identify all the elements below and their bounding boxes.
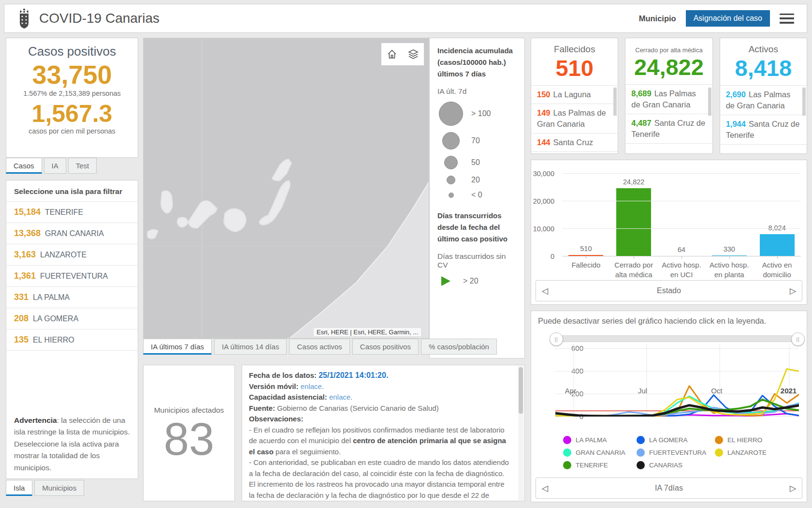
map-attribution: Esri, HERE | Esri, HERE, Garmin, ... <box>314 328 421 336</box>
line-chart-caption: IA 7días <box>536 484 802 493</box>
hamburger-menu-icon[interactable] <box>780 14 794 24</box>
card-title: Activos <box>720 44 807 55</box>
island-row-gran-canaria[interactable]: 13,368GRAN CANARIA <box>6 223 138 244</box>
summary-cards-row: Fallecidos510150La Laguna149Las Palmas d… <box>531 38 807 154</box>
tab-ia[interactable]: IA <box>44 158 66 174</box>
date-value: 25/1/2021 14:01:20. <box>319 371 388 379</box>
positives-rate: 1,567.3 <box>6 101 138 127</box>
island-row-lanzarote[interactable]: 3,163LANZAROTE <box>6 244 138 266</box>
card-breakdown-list: 8,689Las Palmas de Gran Canaria4,487Sant… <box>625 84 712 152</box>
card-value: 24,822 <box>625 55 712 80</box>
line-chart-plot <box>555 344 799 417</box>
island-row-la-gomera[interactable]: 208LA GOMERA <box>6 308 138 329</box>
bar[interactable] <box>760 234 795 256</box>
bar-value-label: 8,024 <box>753 224 801 232</box>
legend-dot <box>637 448 645 457</box>
card-title: Cerrado por alta médica <box>625 46 712 54</box>
legend-dot <box>715 448 723 457</box>
island-row-el-hierro[interactable]: 135EL HIERRO <box>6 329 138 351</box>
ia-line-chart-panel: Puede desactivar series del gráfico haci… <box>531 311 807 502</box>
legend-size-class: 70 <box>437 132 517 149</box>
legend-item-tenerife[interactable]: TENERIFE <box>563 461 637 469</box>
legend-item-la-gomera[interactable]: LA GOMERA <box>637 436 715 444</box>
capacity-link[interactable]: enlace <box>329 393 350 401</box>
y-tick-label: 20,000 <box>533 197 554 205</box>
canary-islands-map[interactable]: Esri, HERE | Esri, HERE, Garmin, ... <box>143 38 429 339</box>
map-basemap <box>144 38 429 339</box>
legend-item-la-palma[interactable]: LA PALMA <box>563 436 637 444</box>
map-legend-panel: Incidencia acumulada (casos/100000 hab.)… <box>429 38 525 359</box>
legend-dot <box>637 436 645 444</box>
map-tab-casos-positivos[interactable]: Casos positivos <box>352 339 419 355</box>
municipios-value: 83 <box>144 416 234 463</box>
map-tab-casos-poblaci-n[interactable]: % casos/población <box>421 339 497 355</box>
next-category-arrow[interactable]: ▷ <box>790 286 796 296</box>
card-breakdown-item: 8,689Las Palmas de Gran Canaria <box>625 85 712 114</box>
legend-circle-icon <box>439 102 463 126</box>
scrollbar-thumb[interactable] <box>613 88 617 116</box>
y-tick-label: 10,000 <box>533 225 554 233</box>
card-breakdown-item: 150La Laguna <box>531 86 618 104</box>
island-name: GRAN CANARIA <box>45 229 104 238</box>
map-tab-casos-activos[interactable]: Casos activos <box>289 339 349 355</box>
legend-label: CANARIAS <box>649 462 682 469</box>
legend-size-label: 20 <box>471 176 480 184</box>
island-row-la-palma[interactable]: 331LA PALMA <box>6 287 138 308</box>
legend-item-lanzarote[interactable]: LANZAROTE <box>715 448 787 457</box>
island-count: 1,361 <box>14 271 36 281</box>
time-range-slider[interactable]: || || <box>555 335 799 342</box>
legend-item-el-hierro[interactable]: EL HIERRO <box>715 436 787 444</box>
legend-item-canarias[interactable]: CANARIAS <box>637 461 715 469</box>
item-value: 1,944 <box>726 120 746 128</box>
island-list: 15,184TENERIFE13,368GRAN CANARIA3,163LAN… <box>6 202 138 351</box>
bar[interactable] <box>616 188 651 256</box>
layers-button[interactable] <box>403 43 424 65</box>
scrollbar-thumb[interactable] <box>519 367 523 414</box>
legend-item-fuerteventura[interactable]: FUERTEVENTURA <box>637 448 715 457</box>
map-layer-tabs: IA últimos 7 díasIA últimos 14 díasCasos… <box>143 339 497 355</box>
positives-panel: Casos positivos 33,750 1.567% de 2,153,3… <box>6 38 138 158</box>
bar-category-label: Activo hosp. en planta <box>705 260 753 280</box>
tab-casos[interactable]: Casos <box>6 158 42 174</box>
legend-item-gran-canaria[interactable]: GRAN CANARIA <box>563 448 637 457</box>
scrollbar-thumb[interactable] <box>802 88 806 116</box>
bar-value-label: 330 <box>705 245 753 253</box>
item-value: 2,690 <box>726 90 746 99</box>
scrollbar-track[interactable] <box>518 366 524 500</box>
mobile-link[interactable]: enlace <box>301 382 322 390</box>
card-breakdown-list: 2,690Las Palmas de Gran Canaria1,944Sant… <box>720 85 807 153</box>
legend-dot <box>715 436 723 444</box>
tab-isla[interactable]: Isla <box>6 480 32 496</box>
observation-note-1: - En el cuadro se reflejan los positivos… <box>249 425 510 458</box>
scrollbar-thumb[interactable] <box>708 88 711 116</box>
case-assignment-button[interactable]: Asignación del caso <box>686 10 770 27</box>
card-value: 510 <box>531 56 618 81</box>
bar-category-label: Cerrado por alta médica <box>610 260 658 280</box>
home-extent-button[interactable] <box>381 43 403 65</box>
legend-circle-icon <box>449 193 454 198</box>
map-tab-ia-ltimos-14-d-as[interactable]: IA últimos 14 días <box>214 339 287 355</box>
map-controls <box>381 43 424 65</box>
legend-days-subtitle: Días trascurridos sin CV <box>437 252 517 269</box>
next-series-arrow[interactable]: ▷ <box>790 483 796 493</box>
island-row-fuerteventura[interactable]: 1,361FUERTEVENTURA <box>6 266 138 287</box>
tab-test[interactable]: Test <box>68 158 97 174</box>
legend-size-classes: > 100705020< 0 <box>437 102 517 199</box>
island-row-tenerife[interactable]: 15,184TENERIFE <box>6 202 138 223</box>
data-date-line: Fecha de los datos: 25/1/2021 14:01:20. <box>249 370 510 381</box>
observations-panel: Fecha de los datos: 25/1/2021 14:01:20. … <box>242 365 525 501</box>
nav-municipio-link[interactable]: Municipio <box>639 14 676 23</box>
map-tab-ia-ltimos-7-d-as[interactable]: IA últimos 7 días <box>143 339 212 355</box>
observations-label: Observaciones: <box>249 415 304 423</box>
app-title: COVID-19 Canarias <box>39 11 160 26</box>
x-tick <box>586 256 586 259</box>
tab-municipios[interactable]: Municipios <box>34 480 84 496</box>
card-breakdown-item: 2,690Las Palmas de Gran Canaria <box>720 86 807 115</box>
legend-subtitle: IA últ. 7d <box>437 87 517 96</box>
card-value: 8,418 <box>720 56 807 81</box>
legend-dot <box>563 448 571 457</box>
legend-size-class: > 100 <box>437 102 517 126</box>
item-value: 150 <box>537 90 551 99</box>
summary-card-fallecidos: Fallecidos510150La Laguna149Las Palmas d… <box>531 38 618 154</box>
bar-value-label: 510 <box>562 245 610 253</box>
